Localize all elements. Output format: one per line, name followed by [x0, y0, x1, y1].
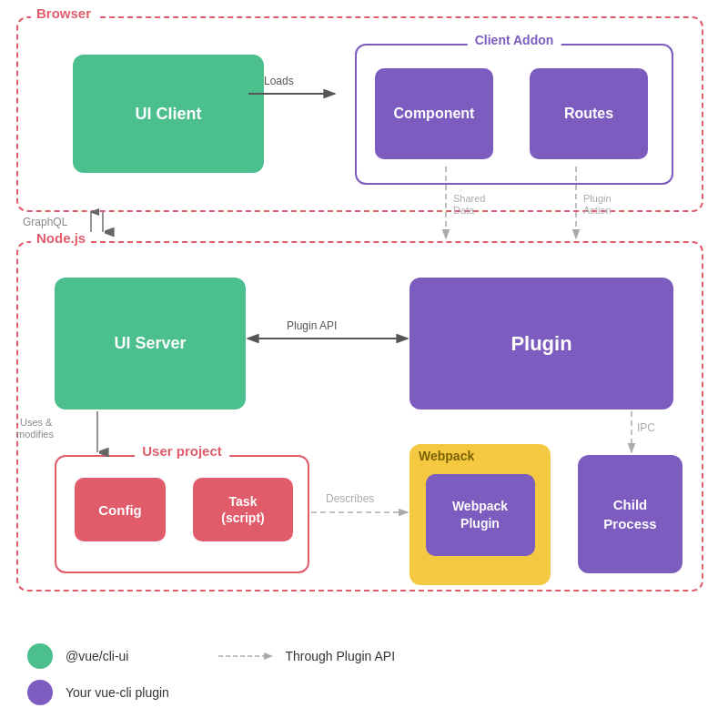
client-addon-label: Client Addon — [468, 33, 561, 47]
svg-marker-20 — [264, 652, 273, 660]
diagram-container: Browser UI Client Client Addon Component… — [0, 0, 728, 728]
browser-label: Browser — [31, 5, 96, 21]
graphql-label: GraphQL — [23, 216, 68, 228]
ui-server-box: UI Server — [55, 278, 246, 410]
client-addon-box: Client Addon Component Routes — [355, 44, 673, 185]
ui-client-box: UI Client — [73, 55, 264, 173]
component-box: Component — [375, 68, 493, 159]
nodejs-label: Node.js — [31, 230, 91, 246]
child-process-box: ChildProcess — [578, 455, 682, 573]
plugin-box: Plugin — [410, 278, 673, 410]
webpack-plugin-label: WebpackPlugin — [452, 498, 508, 531]
task-label: Task(script) — [221, 493, 264, 526]
legend-purple-circle — [27, 680, 53, 705]
routes-label: Routes — [564, 106, 613, 122]
legend-green-text: @vue/cli-ui — [66, 649, 128, 663]
legend-purple-text: Your vue-cli plugin — [66, 685, 169, 700]
legend: @vue/cli-ui Through Plugin API Your vue-… — [27, 643, 395, 705]
config-label: Config — [98, 502, 141, 518]
webpack-label: Webpack — [419, 449, 474, 463]
ui-client-label: UI Client — [135, 105, 201, 124]
browser-section: Browser UI Client Client Addon Component… — [16, 16, 703, 212]
plugin-label: Plugin — [511, 332, 571, 356]
webpack-plugin-box: WebpackPlugin — [426, 474, 535, 556]
user-project-label: User project — [135, 443, 229, 459]
task-box: Task(script) — [193, 478, 293, 541]
config-box: Config — [75, 478, 166, 541]
legend-dashed-row: Through Plugin API — [214, 649, 395, 663]
legend-row-purple: Your vue-cli plugin — [27, 680, 395, 705]
legend-green-circle — [27, 643, 53, 669]
ui-server-label: UI Server — [114, 334, 186, 353]
legend-dashed-arrow-icon — [214, 650, 278, 662]
child-process-label: ChildProcess — [603, 495, 656, 533]
webpack-box: WebpackPlugin — [410, 444, 551, 585]
routes-box: Routes — [530, 68, 648, 159]
legend-row-green: @vue/cli-ui Through Plugin API — [27, 643, 395, 669]
legend-dashed-text: Through Plugin API — [285, 649, 395, 663]
component-label: Component — [394, 106, 475, 122]
